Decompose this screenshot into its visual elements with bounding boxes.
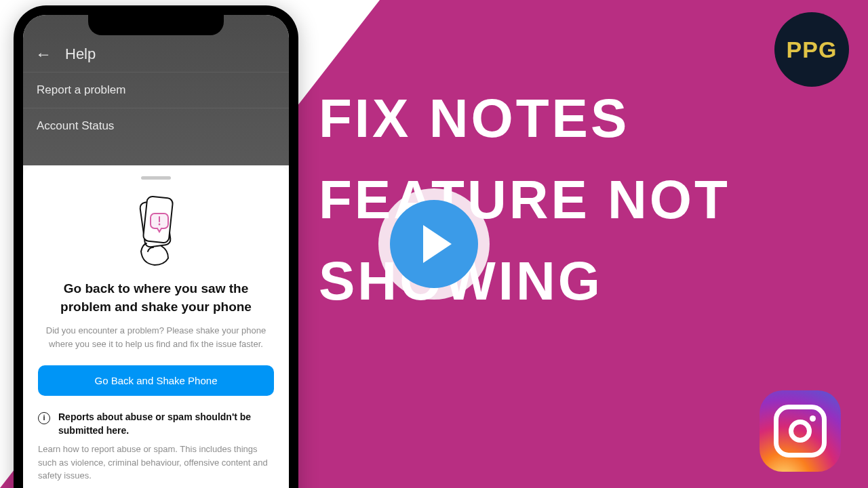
play-circle	[390, 200, 478, 288]
ppg-logo-badge: PPG	[774, 12, 849, 87]
svg-point-3	[159, 224, 161, 226]
menu-item-report-problem[interactable]: Report a problem	[23, 72, 289, 108]
play-ring	[378, 188, 490, 300]
menu-item-account-status[interactable]: Account Status	[23, 108, 289, 144]
play-icon	[423, 225, 452, 263]
sheet-subtitle: Did you encounter a problem? Please shak…	[38, 324, 274, 350]
info-row: i Reports about abuse or spam shouldn't …	[38, 411, 274, 437]
page-title: Help	[65, 45, 96, 63]
go-back-shake-button[interactable]: Go Back and Shake Phone	[38, 365, 274, 396]
play-button[interactable]	[378, 188, 490, 300]
back-arrow-icon[interactable]: ←	[35, 45, 52, 64]
phone-mockup: ← Help Report a problem Account Status	[14, 5, 298, 488]
instagram-logo	[760, 390, 841, 472]
menu-item-label: Report a problem	[37, 83, 125, 97]
shake-phone-illustration	[122, 193, 190, 268]
info-icon: i	[38, 412, 50, 424]
info-subtext: Learn how to report abuse or spam. This …	[38, 443, 274, 483]
instagram-camera-icon	[774, 405, 827, 458]
bottom-sheet: Go back to where you saw the problem and…	[23, 165, 289, 488]
help-page-background: ← Help Report a problem Account Status	[23, 15, 289, 165]
help-header: ← Help	[23, 38, 289, 72]
phone-notch	[88, 15, 224, 35]
sheet-title: Go back to where you saw the problem and…	[38, 280, 274, 316]
sheet-grabber[interactable]	[141, 176, 171, 180]
phone-screen: ← Help Report a problem Account Status	[23, 15, 289, 488]
ppg-text: PPG	[787, 37, 837, 63]
info-title: Reports about abuse or spam shouldn't be…	[58, 411, 274, 437]
menu-item-label: Account Status	[37, 119, 114, 133]
